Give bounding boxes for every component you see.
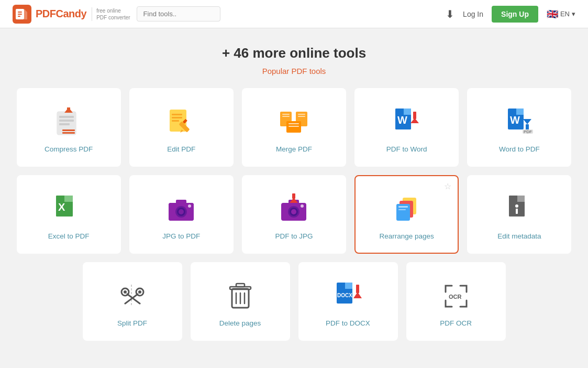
header-left: PDFCandy free online PDF converter — [13, 5, 220, 24]
tool-card-pdf-ocr[interactable]: OCR PDF OCR — [406, 262, 506, 341]
svg-rect-27 — [298, 116, 305, 117]
tool-card-rearrange-pages[interactable]: ☆ Rearrange pages — [354, 175, 459, 254]
svg-marker-42 — [523, 119, 531, 124]
logo-text: PDFCandy — [36, 8, 86, 20]
tool-card-split-pdf[interactable]: Split PDF — [83, 262, 182, 341]
svg-rect-10 — [59, 123, 70, 125]
svg-text:OCR: OCR — [449, 294, 462, 300]
merge-pdf-icon — [278, 106, 309, 138]
svg-text:W: W — [510, 114, 520, 126]
logo-subtitle: free online PDF converter — [92, 7, 130, 21]
svg-rect-72 — [398, 206, 408, 208]
svg-rect-23 — [282, 114, 290, 115]
svg-rect-16 — [172, 114, 182, 115]
tool-card-excel-to-pdf[interactable]: X Excel to PDF — [17, 175, 121, 254]
svg-rect-98 — [356, 285, 359, 293]
page-title: + 46 more online tools — [17, 45, 572, 61]
pdf-ocr-icon: OCR — [440, 280, 472, 312]
svg-rect-9 — [59, 120, 74, 122]
word-to-pdf-icon: W PDF — [504, 106, 535, 138]
pdf-to-docx-icon: DOCX — [332, 280, 364, 312]
tool-card-pdf-to-docx[interactable]: DOCX PDF to DOCX — [298, 262, 398, 341]
tool-card-compress-pdf[interactable]: Compress PDF — [17, 88, 121, 167]
compress-pdf-label: Compress PDF — [45, 145, 93, 153]
tool-card-word-to-pdf[interactable]: W PDF Word to PDF — [467, 88, 571, 167]
svg-point-58 — [179, 209, 184, 214]
tool-card-jpg-to-pdf[interactable]: JPG to PDF — [129, 175, 234, 254]
svg-rect-14 — [62, 132, 75, 134]
svg-rect-89 — [236, 284, 245, 287]
excel-to-pdf-label: Excel to PDF — [48, 232, 90, 240]
svg-rect-29 — [289, 123, 299, 124]
pdf-to-jpg-label: PDF to JPG — [275, 232, 313, 240]
svg-rect-59 — [176, 200, 186, 204]
svg-rect-3 — [18, 14, 22, 15]
excel-to-pdf-icon: X — [53, 193, 84, 225]
pdf-to-jpg-icon — [278, 193, 309, 225]
section-subtitle: Popular PDF tools — [17, 67, 572, 75]
pdf-to-word-label: PDF to Word — [386, 145, 427, 153]
svg-text:W: W — [397, 114, 407, 126]
tool-card-edit-pdf[interactable]: Edit PDF — [129, 88, 234, 167]
svg-rect-12 — [67, 107, 70, 112]
compress-pdf-icon — [53, 106, 84, 138]
download-icon[interactable]: ⬇ — [446, 8, 454, 20]
svg-rect-68 — [292, 193, 295, 199]
split-pdf-label: Split PDF — [117, 319, 147, 327]
tool-card-pdf-to-jpg[interactable]: PDF to JPG — [242, 175, 346, 254]
svg-rect-51 — [55, 218, 62, 223]
svg-rect-4 — [18, 16, 20, 17]
signup-button[interactable]: Sign Up — [492, 6, 538, 23]
logo-area[interactable]: PDFCandy free online PDF converter — [13, 5, 130, 24]
delete-pages-label: Delete pages — [219, 319, 261, 327]
edit-metadata-label: Edit metadata — [497, 232, 541, 240]
svg-rect-2 — [18, 12, 22, 13]
tool-card-merge-pdf[interactable]: Merge PDF — [242, 88, 346, 167]
svg-rect-49 — [64, 196, 73, 202]
merge-pdf-label: Merge PDF — [276, 145, 312, 153]
svg-rect-17 — [172, 117, 182, 118]
lang-code: EN — [560, 10, 570, 18]
star-icon[interactable]: ☆ — [444, 181, 451, 191]
svg-point-82 — [124, 290, 127, 294]
search-input[interactable] — [137, 6, 220, 21]
svg-point-78 — [515, 204, 518, 208]
jpg-to-pdf-icon — [165, 193, 197, 225]
tool-card-pdf-to-word[interactable]: W PDF to Word — [354, 88, 459, 167]
language-selector[interactable]: 🇬🇧 EN ▾ — [547, 8, 575, 20]
pdf-ocr-label: PDF OCR — [440, 319, 472, 327]
main-content: + 46 more online tools Popular PDF tools… — [6, 28, 582, 358]
tools-row-2: X Excel to PDF J — [17, 175, 572, 254]
svg-text:PDF: PDF — [524, 129, 532, 134]
svg-rect-8 — [59, 116, 74, 118]
tool-card-edit-metadata[interactable]: Edit metadata — [467, 175, 571, 254]
edit-pdf-icon — [165, 106, 197, 138]
rearrange-pages-icon — [391, 193, 423, 225]
svg-text:X: X — [58, 201, 65, 213]
word-to-pdf-label: Word to PDF — [499, 145, 540, 153]
flag-icon: 🇬🇧 — [547, 8, 558, 20]
svg-point-60 — [188, 204, 191, 208]
svg-point-64 — [291, 209, 296, 214]
svg-point-66 — [301, 204, 304, 208]
svg-point-83 — [138, 290, 141, 294]
split-pdf-icon — [117, 280, 148, 312]
svg-text:DOCX: DOCX — [337, 293, 352, 298]
svg-rect-13 — [62, 129, 75, 131]
pdf-to-word-icon: W — [391, 106, 423, 138]
svg-rect-53 — [55, 221, 62, 222]
header: PDFCandy free online PDF converter ⬇ Log… — [0, 0, 588, 28]
svg-rect-26 — [298, 114, 305, 115]
login-button[interactable]: Log In — [463, 10, 483, 18]
delete-pages-icon — [225, 280, 256, 312]
chevron-down-icon: ▾ — [572, 10, 575, 18]
rearrange-pages-label: Rearrange pages — [380, 232, 434, 240]
svg-rect-95 — [345, 283, 352, 289]
svg-rect-77 — [517, 196, 525, 202]
svg-rect-79 — [516, 209, 518, 214]
edit-pdf-label: Edit PDF — [167, 145, 195, 153]
tools-row-1: Compress PDF Edit PDF — [17, 88, 572, 167]
tool-card-delete-pages[interactable]: Delete pages — [191, 262, 290, 341]
logo-icon — [13, 5, 31, 24]
svg-rect-24 — [282, 116, 290, 117]
